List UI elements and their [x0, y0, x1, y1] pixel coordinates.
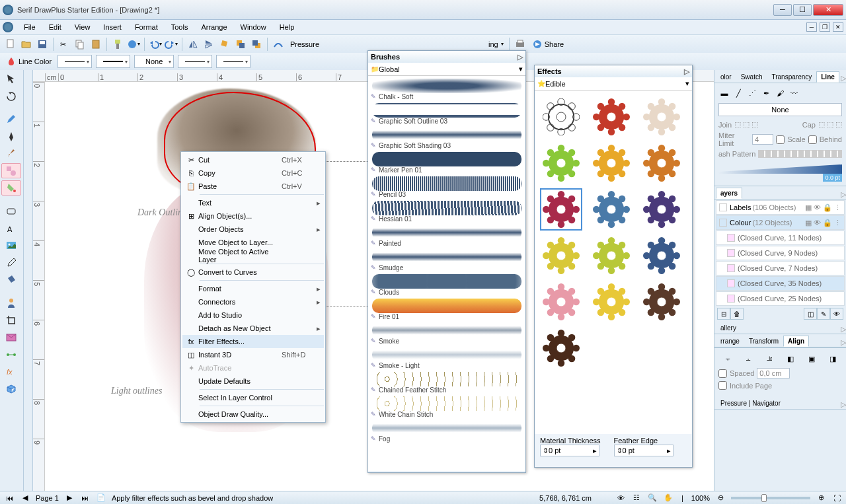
brushes-category-dropdown[interactable]: 📁 Global▾ — [368, 63, 525, 76]
brush-hessian-01[interactable]: Hessian 01 — [371, 201, 523, 225]
ctx-detach-as-new-object[interactable]: Detach as New Object▸ — [182, 322, 324, 335]
effect-gear-0[interactable] — [540, 96, 582, 138]
undo-button[interactable]: ▾ — [148, 37, 163, 52]
effect-gear-14[interactable] — [640, 281, 683, 323]
rectangle-tool[interactable] — [1, 203, 21, 219]
envelope-tool[interactable] — [1, 330, 21, 345]
cut-button[interactable]: ✂ — [57, 37, 71, 52]
zoom-in-button[interactable]: ⊕ — [816, 493, 826, 503]
menu-help[interactable]: Help — [273, 22, 301, 32]
behind-checkbox[interactable] — [808, 135, 817, 144]
ctx-select-in-layer-control[interactable]: Select In Layer Control — [182, 391, 324, 404]
layer-row-6[interactable]: (Closed Curve, 25 Nodes) — [716, 291, 845, 306]
view-stack-icon[interactable]: ☷ — [631, 493, 642, 503]
eyedrop-tool[interactable] — [1, 255, 21, 270]
layer-row-5[interactable]: (Closed Curve, 35 Nodes) — [716, 276, 845, 291]
effects-category-dropdown[interactable]: ⭐ Edible▾ — [535, 77, 692, 90]
line-pt-value[interactable]: 0.0 pt — [823, 174, 842, 182]
prev-page-button[interactable]: ◀ — [20, 493, 30, 503]
view-eye-icon[interactable]: 👁 — [615, 493, 626, 503]
effect-gear-11[interactable] — [640, 234, 683, 277]
scale-checkbox[interactable] — [776, 135, 785, 144]
format-painter-button[interactable] — [110, 37, 125, 52]
layer-delete-button[interactable]: 🗑 — [730, 308, 744, 320]
layers-tab[interactable]: ayers — [716, 188, 742, 199]
view-hand-icon[interactable]: ✋ — [663, 493, 673, 503]
rotate-tool[interactable] — [1, 89, 21, 104]
ctx-cut[interactable]: ✂CutCtrl+X — [182, 153, 324, 166]
line-style-dropdown[interactable]: ▾ — [96, 55, 130, 68]
crop-tool[interactable] — [1, 312, 21, 328]
nodes-tool[interactable] — [1, 347, 21, 362]
brush-graphic-soft-shading-03[interactable]: Graphic Soft Shading 03 — [371, 127, 523, 152]
pen-tool[interactable] — [1, 129, 21, 144]
page-info-icon[interactable]: 📄 — [96, 493, 106, 503]
brush-tool[interactable] — [1, 146, 21, 161]
effect-gear-12[interactable] — [540, 281, 582, 323]
save-button[interactable] — [35, 37, 50, 52]
brush-pencil-03[interactable]: Pencil 03 — [371, 176, 523, 201]
menu-window[interactable]: Window — [234, 22, 273, 32]
ctx-copy[interactable]: ⎘CopyCtrl+C — [182, 166, 324, 180]
brush-smoke[interactable]: Smoke — [371, 323, 523, 347]
people-tool[interactable] — [1, 295, 21, 310]
ctx-connectors[interactable]: Connectors▸ — [182, 295, 324, 308]
none-dropdown[interactable]: None▾ — [134, 55, 174, 68]
web-button[interactable]: ▾ — [126, 37, 141, 52]
ctx-text[interactable]: Text▸ — [182, 196, 324, 209]
share-button[interactable]: Share — [528, 38, 568, 51]
line-start-dropdown[interactable]: ▾ — [178, 55, 212, 68]
color-tab[interactable]: olor — [716, 71, 736, 83]
flip-v-button[interactable] — [202, 37, 216, 52]
feather-edge-input[interactable]: ⇕ 0 pt ▸ — [614, 445, 673, 456]
ctx-update-defaults[interactable]: Update Defaults — [182, 375, 324, 388]
maximize-button[interactable]: ☐ — [793, 4, 812, 16]
line-color-dropdown[interactable]: Line Color — [3, 55, 56, 67]
align-left[interactable]: ◧ — [783, 352, 798, 365]
ctx-format[interactable]: Format▸ — [182, 282, 324, 295]
pressure-nav-tabs[interactable]: Pressure | Navigator — [716, 398, 785, 409]
layer-row-3[interactable]: (Closed Curve, 9 Nodes) — [716, 246, 845, 260]
effect-gear-4[interactable] — [590, 142, 633, 184]
brush-graphic-soft-outline-03[interactable]: Graphic Soft Outline 03 — [371, 103, 523, 127]
effect-gear-2[interactable] — [640, 96, 683, 138]
brush-fire-01[interactable]: Fire 01 — [371, 299, 523, 323]
flip-h-button[interactable] — [186, 37, 200, 52]
line-type-cal[interactable]: ✒ — [760, 87, 772, 99]
transparency-tab[interactable]: Transparency — [767, 71, 816, 83]
brush-chained-feather-stitch[interactable]: Chained Feather Stitch — [371, 372, 523, 396]
align-hcenter[interactable]: ▣ — [804, 352, 819, 365]
print-button[interactable] — [513, 37, 527, 52]
brush-chalk-soft[interactable]: Chalk - Soft — [371, 79, 523, 103]
layer-mode2-button[interactable]: ✎ — [817, 308, 830, 320]
new-button[interactable] — [3, 37, 18, 52]
redo-button[interactable]: ▾ — [164, 37, 178, 52]
material-thickness-input[interactable]: ⇕ 0 pt ▸ — [540, 445, 599, 456]
line-end-dropdown[interactable]: ▾ — [216, 55, 250, 68]
first-page-button[interactable]: ⏮ — [4, 493, 15, 503]
menu-format[interactable]: Format — [128, 22, 165, 32]
menu-view[interactable]: View — [68, 22, 97, 32]
gallery-tab[interactable]: allery — [716, 322, 741, 334]
ctx-filter-effects[interactable]: fxFilter Effects... — [182, 335, 324, 348]
transform-tab[interactable]: Transform — [744, 336, 783, 347]
ctx-order-objects[interactable]: Order Objects▸ — [182, 223, 324, 236]
copy-button[interactable] — [73, 37, 87, 52]
pressure-icon[interactable] — [271, 37, 286, 52]
last-page-button[interactable]: ⏭ — [80, 493, 91, 503]
ctx-paste[interactable]: 📋PasteCtrl+V — [182, 180, 324, 193]
line-type-dash[interactable]: ╱ — [732, 87, 744, 99]
brush-clouds[interactable]: Clouds — [371, 274, 523, 299]
zoom-fit-button[interactable]: ⛶ — [831, 493, 842, 503]
align-top[interactable]: ⫟ — [720, 352, 735, 365]
layer-mode1-button[interactable]: ◫ — [804, 308, 817, 320]
mdi-close-button[interactable]: ✕ — [833, 22, 843, 32]
brush-painted[interactable]: Painted — [371, 225, 523, 250]
view-search-icon[interactable]: 🔍 — [647, 493, 658, 503]
ctx-move-object-to-active-layer[interactable]: Move Object to Active Layer — [182, 249, 324, 262]
minimize-button[interactable]: ─ — [773, 4, 792, 16]
effect-gear-6[interactable] — [540, 188, 582, 231]
line-none-button[interactable]: None — [718, 103, 842, 116]
align-right[interactable]: ◨ — [826, 352, 840, 365]
paste-button[interactable] — [89, 37, 103, 52]
